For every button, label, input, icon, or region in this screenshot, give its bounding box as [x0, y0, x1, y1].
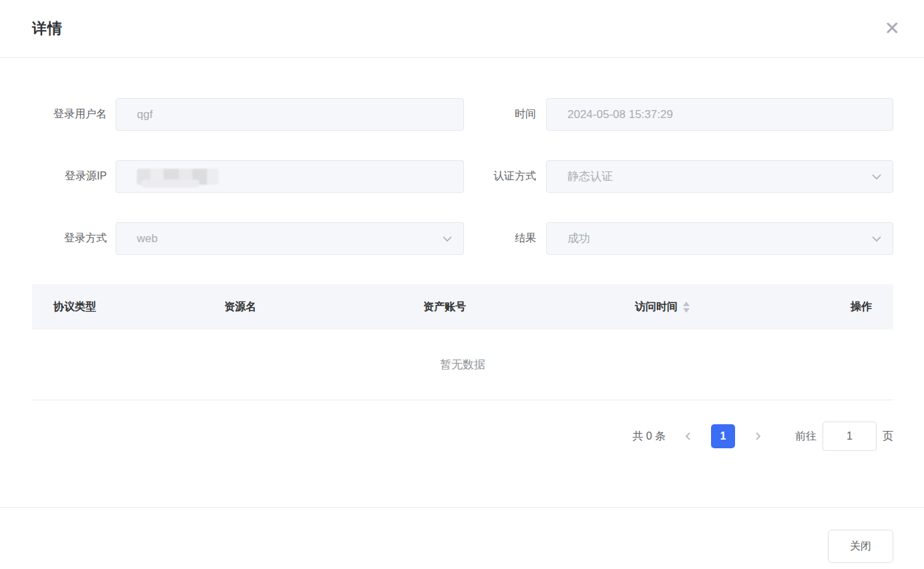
field-login-method: 登录方式 web: [32, 222, 464, 255]
time-input[interactable]: 2024-05-08 15:37:29: [546, 98, 893, 131]
page-button-1[interactable]: 1: [711, 424, 735, 448]
auth-method-select[interactable]: 静态认证: [546, 160, 893, 193]
column-header-operation: 操作: [835, 300, 893, 314]
result-select[interactable]: 成功: [546, 222, 893, 255]
login-source-ip-label: 登录源IP: [32, 169, 107, 183]
dialog-header: 详情 ✕: [0, 0, 924, 58]
login-username-input[interactable]: qgf: [116, 98, 464, 131]
field-login-username: 登录用户名 qgf: [32, 98, 464, 131]
form-row-3: 登录方式 web 结果 成功: [32, 222, 893, 255]
table-empty-state: 暂无数据: [32, 330, 893, 400]
field-auth-method: 认证方式 静态认证: [464, 160, 893, 193]
time-value: 2024-05-08 15:37:29: [567, 108, 673, 121]
pagination: 共 0 条 1 前往 页: [32, 422, 893, 451]
masked-ip-value: [137, 169, 218, 185]
login-source-ip-input[interactable]: [116, 160, 464, 193]
sort-caret-icon[interactable]: [683, 302, 690, 313]
goto-prefix-label: 前往: [795, 430, 817, 444]
dialog-body: 登录用户名 qgf 时间 2024-05-08 15:37:29 登录源IP: [0, 58, 924, 451]
login-username-value: qgf: [137, 108, 153, 121]
form-row-2: 登录源IP 认证方式 静态认证: [32, 160, 893, 193]
time-label: 时间: [464, 107, 536, 121]
field-result: 结果 成功: [464, 222, 893, 255]
login-method-label: 登录方式: [32, 231, 107, 245]
sessions-table: 协议类型 资源名 资产账号 访问时间 操作 暂无数据: [32, 284, 893, 400]
column-header-resource-name: 资源名: [224, 300, 423, 314]
access-time-label: 访问时间: [635, 300, 678, 314]
field-login-source-ip: 登录源IP: [32, 160, 464, 193]
column-header-asset-account: 资产账号: [423, 300, 635, 314]
chevron-down-icon: [871, 172, 882, 181]
chevron-down-icon: [442, 234, 453, 243]
goto-suffix-label: 页: [883, 430, 893, 444]
login-username-label: 登录用户名: [32, 107, 107, 121]
goto-page-input[interactable]: [823, 422, 877, 451]
login-method-select[interactable]: web: [116, 222, 464, 255]
auth-method-value: 静态认证: [567, 169, 613, 184]
result-label: 结果: [464, 231, 536, 245]
field-time: 时间 2024-05-08 15:37:29: [464, 98, 893, 131]
column-header-protocol-type: 协议类型: [32, 300, 224, 314]
dialog-title: 详情: [32, 19, 63, 39]
chevron-down-icon: [871, 234, 882, 243]
close-icon[interactable]: ✕: [885, 19, 900, 38]
login-method-value: web: [137, 232, 158, 245]
dialog-footer: 关闭: [0, 507, 924, 563]
prev-page-icon[interactable]: [683, 431, 694, 442]
empty-text: 暂无数据: [440, 357, 485, 372]
column-header-access-time[interactable]: 访问时间: [635, 300, 835, 314]
detail-dialog: 详情 ✕ 登录用户名 qgf 时间 2024-05-08 15:37:29 登录…: [0, 0, 924, 569]
pagination-total: 共 0 条: [632, 430, 666, 444]
close-button[interactable]: 关闭: [828, 530, 893, 563]
next-page-icon[interactable]: [752, 431, 763, 442]
table-header-row: 协议类型 资源名 资产账号 访问时间 操作: [32, 284, 893, 330]
form-row-1: 登录用户名 qgf 时间 2024-05-08 15:37:29: [32, 98, 893, 131]
auth-method-label: 认证方式: [464, 169, 536, 183]
result-value: 成功: [567, 231, 590, 246]
